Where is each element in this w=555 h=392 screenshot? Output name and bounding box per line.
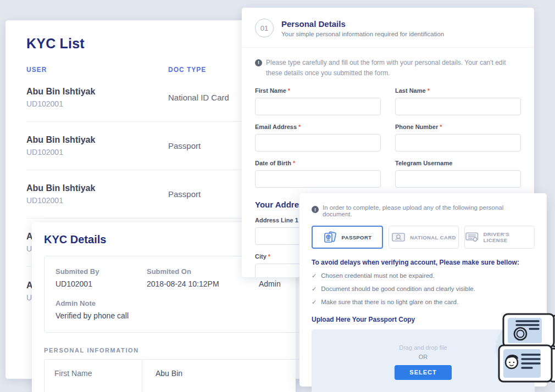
personal-details-subtitle: Your simple personal information require… bbox=[281, 31, 444, 37]
pi-first-name-value: Abu Bin bbox=[142, 360, 182, 392]
required-asterisk: * bbox=[288, 87, 290, 94]
step-number-badge: 01 bbox=[255, 19, 274, 37]
info-icon: ! bbox=[312, 206, 319, 213]
doc-option-passport[interactable]: PASSPORT bbox=[312, 226, 383, 249]
column-header-user: USER bbox=[26, 66, 168, 74]
doc-type: Passport bbox=[168, 189, 201, 199]
required-asterisk: * bbox=[298, 124, 301, 130]
phone-number-input[interactable] bbox=[395, 134, 521, 152]
doc-type: Passport bbox=[168, 141, 201, 150]
city-label: City bbox=[255, 253, 267, 260]
required-asterisk: * bbox=[293, 160, 295, 166]
doc-option-label: PASSPORT bbox=[342, 234, 372, 240]
doc-option-label: DRIVER'S LICENSE bbox=[483, 231, 534, 243]
checklist-title: To avoid delays when verifying account, … bbox=[312, 259, 535, 266]
last-name-label: Last Name bbox=[395, 87, 426, 94]
user-name: Abu Bin Ishtiyak bbox=[26, 87, 168, 97]
checklist-item: Make sure that there is no light glare o… bbox=[321, 299, 458, 306]
date-of-birth-label: Date of Birth bbox=[255, 160, 291, 166]
telegram-username-label: Telegram Username bbox=[395, 160, 452, 166]
kyc-admin-screen: KYC List USER DOC TYPE Abu Bin Ishtiyak … bbox=[0, 0, 555, 392]
pi-first-name-label: First Name bbox=[45, 360, 142, 392]
user-id: UD102001 bbox=[26, 99, 168, 108]
column-header-doc-type: DOC TYPE bbox=[168, 66, 206, 74]
required-asterisk: * bbox=[440, 124, 442, 130]
id-cards-illustration bbox=[495, 305, 555, 392]
user-name: Abu Bin Ishtiyak bbox=[26, 135, 168, 145]
drivers-license-icon bbox=[465, 232, 479, 243]
check-icon: ✓ bbox=[312, 299, 317, 306]
checklist-item: Chosen credential must not be expaired. bbox=[321, 272, 434, 279]
form-note-text: Please type carefully and fill out the f… bbox=[266, 58, 521, 79]
first-name-label: First Name bbox=[255, 87, 286, 94]
user-id: UD102001 bbox=[26, 148, 168, 156]
dropzone-hint: Drag and drop file bbox=[399, 344, 447, 351]
doc-option-drivers-license[interactable]: DRIVER'S LICENSE bbox=[464, 226, 535, 249]
check-icon: ✓ bbox=[312, 272, 317, 279]
email-address-input[interactable] bbox=[255, 134, 381, 152]
personal-details-title: Personal Details bbox=[281, 19, 444, 29]
date-of-birth-input[interactable] bbox=[255, 170, 381, 188]
submitted-by-value: UD102001 bbox=[56, 279, 147, 288]
national-card-icon bbox=[391, 232, 406, 243]
dropzone-or: OR bbox=[419, 354, 428, 360]
doc-type: National ID Card bbox=[168, 93, 229, 102]
check-icon: ✓ bbox=[312, 285, 317, 293]
required-asterisk: * bbox=[428, 87, 430, 94]
user-name: Abu Bin Ishtiyak bbox=[26, 183, 168, 193]
first-name-input[interactable] bbox=[255, 98, 381, 115]
passport-icon bbox=[323, 231, 337, 243]
personal-information-header: PERSONAL INFORMATION bbox=[44, 347, 284, 354]
email-address-label: Email Address bbox=[255, 124, 297, 130]
address-line-1-label: Address Line 1 bbox=[255, 217, 298, 223]
select-file-button[interactable]: SELECT bbox=[395, 365, 452, 380]
doc-option-national-card[interactable]: NATIONAL CARD bbox=[389, 226, 459, 249]
doc-option-label: NATIONAL CARD bbox=[410, 234, 456, 240]
upload-note-text: In order to complete, please upload any … bbox=[323, 204, 535, 217]
telegram-username-input[interactable] bbox=[395, 170, 521, 188]
submitted-on-value: 2018-08-24 10:12PM bbox=[147, 279, 259, 288]
checklist-item: Document should be good condition and cl… bbox=[321, 285, 475, 293]
info-icon: ! bbox=[255, 59, 262, 66]
phone-number-label: Phone Number bbox=[395, 124, 438, 130]
last-name-input[interactable] bbox=[395, 98, 521, 115]
id-cards-graphic bbox=[495, 305, 555, 392]
user-id: UD102001 bbox=[26, 196, 168, 205]
required-asterisk: * bbox=[268, 253, 270, 260]
submitted-by-label: Submited By bbox=[56, 267, 147, 276]
